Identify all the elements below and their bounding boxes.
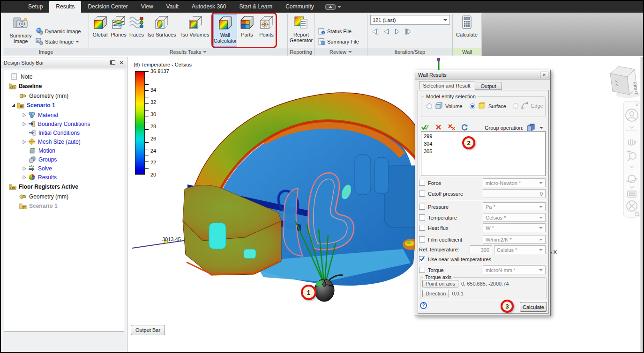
traces-button[interactable]: Traces — [127, 14, 145, 47]
menu-decision-center[interactable]: Decision Center — [81, 1, 134, 13]
heat-flux-unit-select[interactable]: W * — [483, 223, 546, 232]
step-first-icon[interactable] — [371, 28, 379, 36]
heat-flux-row[interactable]: Heat flux — [419, 225, 448, 231]
tree-item-material[interactable]: Material — [4, 110, 124, 119]
list-item[interactable]: 305 — [424, 147, 543, 155]
torque-row[interactable]: Torque — [419, 267, 444, 273]
menu-setup[interactable]: Setup — [22, 1, 49, 13]
expander-open-icon[interactable] — [11, 103, 15, 108]
navigation-bar[interactable] — [623, 101, 640, 217]
close-icon[interactable]: ✕ — [119, 60, 124, 65]
list-item[interactable]: 304 — [424, 140, 543, 147]
iteration-select[interactable]: 121 (Last) — [370, 15, 450, 25]
menu-view[interactable]: View — [135, 1, 160, 13]
direction-button[interactable]: Direction — [422, 290, 449, 297]
remove-selection-icon[interactable] — [434, 123, 442, 131]
tree-item-geometry[interactable]: Geometry (mm) — [4, 91, 124, 100]
dialog-title-bar[interactable]: Wall Results ✕ — [415, 70, 550, 80]
expander-closed-icon[interactable] — [22, 113, 27, 118]
cutoff-pressure-row[interactable]: Cutoff pressure — [419, 191, 463, 197]
report-generator-button[interactable]: Report Generator — [289, 14, 314, 47]
menu-results[interactable]: Results — [49, 1, 81, 13]
menu-autodesk-360[interactable]: Autodesk 360 — [185, 1, 232, 13]
menu-start-learn[interactable]: Start & Learn — [232, 1, 279, 13]
temperature-row[interactable]: Temperature — [419, 214, 457, 221]
radio-volume[interactable]: Volume — [427, 102, 463, 110]
radio-surface[interactable]: Surface — [470, 102, 506, 110]
tree-item-groups[interactable]: Groups — [4, 155, 124, 164]
ribbon-collapse-icon[interactable] — [325, 4, 336, 10]
point-on-axis-button[interactable]: Point on axis — [422, 280, 458, 287]
checkbox-icon[interactable] — [419, 267, 425, 273]
pressure-unit-select[interactable]: Pa * — [483, 202, 546, 211]
dynamic-image-button[interactable]: Dynamic Image — [36, 27, 81, 36]
expander-closed-icon[interactable] — [22, 122, 27, 126]
iso-surfaces-button[interactable]: Iso Surfaces — [145, 14, 178, 47]
use-near-wall-row[interactable]: Use near-wall temperatures — [419, 256, 491, 262]
checkbox-checked-icon[interactable] — [419, 256, 425, 262]
checkbox-icon[interactable] — [419, 180, 425, 186]
accept-selection-icon[interactable] — [421, 123, 429, 131]
tree-item-mesh-size[interactable]: Mesh Size (auto) — [4, 137, 124, 146]
radio-disabled-icon[interactable] — [513, 103, 518, 109]
expander-closed-icon[interactable] — [22, 140, 27, 144]
ref-temperature-input[interactable]: 300 — [470, 245, 492, 254]
step-back-icon[interactable] — [383, 28, 390, 36]
tree-item-baseline[interactable]: Baseline — [4, 81, 124, 91]
tree-item-scenario-1-inactive[interactable]: Scenario 1 — [4, 201, 124, 211]
tree-item-boundary-conditions[interactable]: Boundary Conditions — [4, 119, 124, 128]
iso-volumes-button[interactable]: Iso Volumes — [179, 14, 212, 47]
ref-temperature-unit-select[interactable]: Celsius * — [494, 245, 546, 254]
chevron-down-icon[interactable] — [337, 6, 341, 8]
tree-item-geometry-2[interactable]: Geometry (mm) — [4, 192, 124, 201]
radio-selected-icon[interactable] — [470, 103, 475, 109]
tree-item-solve[interactable]: Solve — [4, 164, 124, 173]
output-bar-button[interactable]: Output Bar — [131, 325, 165, 335]
close-icon[interactable]: ✕ — [540, 72, 548, 78]
step-forward-icon[interactable] — [394, 28, 401, 36]
menu-vault[interactable]: Vault — [160, 1, 185, 13]
checkbox-icon[interactable] — [419, 204, 425, 210]
temperature-unit-select[interactable]: Celsius * — [483, 213, 546, 222]
calculate-button[interactable]: Calculate — [520, 302, 547, 312]
checkbox-icon[interactable] — [419, 214, 425, 221]
tree-item-initial-conditions[interactable]: Initial Conditions — [4, 128, 124, 137]
cutoff-pressure-input[interactable]: 0 — [483, 189, 546, 198]
remove-all-icon[interactable] — [447, 123, 456, 131]
help-icon[interactable]: ? — [420, 302, 427, 309]
radio-icon[interactable] — [427, 103, 432, 109]
expander-closed-icon[interactable] — [22, 175, 27, 180]
film-coefficient-unit-select[interactable]: W/mm2/K * — [483, 235, 546, 244]
chevron-down-icon[interactable] — [539, 127, 543, 129]
checkbox-icon[interactable] — [419, 191, 425, 197]
selection-list[interactable]: 299 304 305 — [421, 131, 546, 176]
dock-icon[interactable] — [110, 60, 115, 65]
list-item[interactable]: 299 — [424, 132, 543, 140]
tab-selection-and-result[interactable]: Selection and Result — [419, 81, 474, 90]
view-cube[interactable]: RIGHT — [610, 66, 640, 98]
static-image-button[interactable]: Static Image — [36, 37, 79, 46]
status-file-button[interactable]: i Status File — [318, 27, 352, 36]
car-model[interactable] — [183, 93, 425, 286]
film-coefficient-row[interactable]: Film coefficient — [419, 236, 462, 243]
points-button[interactable]: Points — [257, 14, 276, 47]
tree-item-note[interactable]: Note — [4, 72, 124, 81]
summary-file-button[interactable]: Summary File — [318, 37, 359, 46]
menu-community[interactable]: Community — [279, 1, 321, 13]
global-button[interactable]: Global — [90, 14, 110, 47]
checkbox-icon[interactable] — [419, 236, 425, 243]
radio-edge[interactable]: Edge — [513, 102, 543, 110]
pressure-row[interactable]: Pressure — [419, 204, 449, 210]
wall-calculator-button[interactable]: Wall Calculator — [213, 14, 237, 47]
planes-button[interactable]: Planes — [110, 14, 127, 47]
torque-unit-select[interactable]: microN-mm * — [483, 265, 546, 274]
tree-item-motion[interactable]: Motion — [4, 146, 124, 155]
checkbox-icon[interactable] — [419, 225, 425, 231]
tab-output[interactable]: Output — [475, 82, 502, 90]
calculate-ribbon-button[interactable]: Calculate — [454, 14, 480, 47]
force-unit-select[interactable]: micro-Newton * — [483, 178, 546, 187]
step-last-icon[interactable] — [404, 28, 412, 36]
expander-closed-icon[interactable] — [22, 166, 27, 171]
tree-item-scenario-1[interactable]: Scenario 1 — [4, 100, 124, 110]
tree-item-results[interactable]: Results — [4, 173, 124, 182]
